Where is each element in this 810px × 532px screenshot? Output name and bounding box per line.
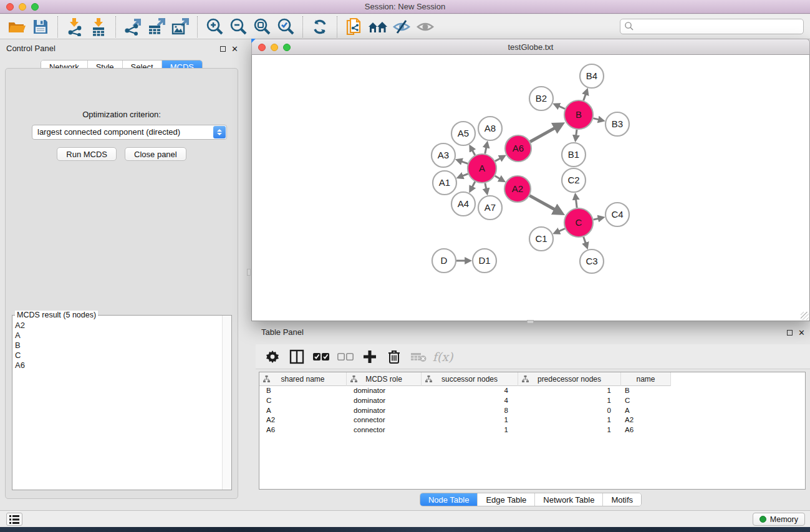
result-list-item[interactable]: A6 bbox=[15, 360, 221, 370]
tab-node-table[interactable]: Node Table bbox=[420, 493, 478, 506]
edge-B-B4[interactable] bbox=[584, 94, 586, 100]
cell-successor-nodes[interactable]: 1 bbox=[422, 415, 518, 425]
edge-A2-C[interactable] bbox=[529, 196, 556, 210]
clone-network-button[interactable] bbox=[342, 16, 366, 37]
task-history-button[interactable] bbox=[6, 513, 22, 526]
memory-button[interactable]: Memory bbox=[753, 513, 805, 526]
column-header-shared-name[interactable]: shared name bbox=[259, 372, 347, 386]
edge-A-A5[interactable] bbox=[472, 150, 475, 155]
result-list-item[interactable]: A bbox=[15, 331, 221, 341]
cell-shared-name[interactable]: A6 bbox=[259, 425, 347, 435]
table-row[interactable]: Cdominator41C bbox=[259, 396, 805, 406]
graph-node-A8[interactable]: A8 bbox=[478, 117, 502, 140]
search-input[interactable] bbox=[620, 19, 804, 34]
cell-successor-nodes[interactable]: 8 bbox=[422, 406, 518, 416]
graph-node-A5[interactable]: A5 bbox=[451, 122, 475, 145]
graph-node-B2[interactable]: B2 bbox=[529, 87, 553, 110]
zoom-in-button[interactable] bbox=[203, 16, 226, 37]
graph-node-C1[interactable]: C1 bbox=[529, 227, 553, 251]
graph-node-A4[interactable]: A4 bbox=[451, 192, 475, 216]
split-divider-handle[interactable] bbox=[527, 320, 534, 324]
network-window-titlebar[interactable]: testGlobe.txt bbox=[251, 39, 810, 55]
import-network-button[interactable] bbox=[63, 16, 87, 37]
edge-A-A3[interactable] bbox=[461, 162, 468, 164]
edge-A-A1[interactable] bbox=[462, 174, 468, 177]
import-table-button[interactable] bbox=[87, 16, 110, 37]
window-resize-grip[interactable] bbox=[801, 312, 809, 320]
column-header-predecessor-nodes[interactable]: predecessor nodes bbox=[518, 372, 621, 386]
cell-shared-name[interactable]: A2 bbox=[259, 415, 347, 425]
close-table-panel-icon[interactable]: ✕ bbox=[798, 330, 805, 336]
edge-C-C1[interactable] bbox=[559, 229, 566, 232]
graph-node-A3[interactable]: A3 bbox=[432, 143, 455, 167]
graph-node-C2[interactable]: C2 bbox=[562, 168, 586, 192]
close-panel-icon[interactable]: ✕ bbox=[231, 46, 238, 52]
cell-MCDS-role[interactable]: connector bbox=[347, 425, 422, 435]
graph-node-B[interactable]: B bbox=[564, 100, 593, 129]
cell-MCDS-role[interactable]: connector bbox=[347, 415, 422, 425]
graph-node-D[interactable]: D bbox=[432, 249, 456, 273]
cell-name[interactable]: A bbox=[621, 406, 671, 416]
cell-predecessor-nodes[interactable]: 0 bbox=[518, 406, 621, 416]
column-header-successor-nodes[interactable]: successor nodes bbox=[422, 372, 518, 386]
export-image-button[interactable] bbox=[168, 16, 192, 37]
optimization-criterion-select[interactable]: largest connected component (directed) bbox=[32, 125, 227, 140]
tab-motifs[interactable]: Motifs bbox=[603, 493, 641, 506]
graph-node-A2[interactable]: A2 bbox=[504, 176, 531, 202]
show-selected-button[interactable] bbox=[413, 16, 437, 37]
toggle-column-view-button[interactable] bbox=[287, 347, 306, 366]
cell-predecessor-nodes[interactable]: 1 bbox=[518, 386, 621, 396]
edge-C-C4[interactable] bbox=[594, 218, 599, 220]
export-table-button[interactable] bbox=[145, 16, 168, 37]
graph-node-A1[interactable]: A1 bbox=[433, 171, 456, 195]
network-graph[interactable]: B4B2BB3A8A5A6A3B1AA1C2A2A4A7CC4C1C3DD1 bbox=[252, 55, 809, 321]
edge-B-B3[interactable] bbox=[593, 118, 599, 120]
graph-node-C4[interactable]: C4 bbox=[605, 203, 629, 226]
graph-node-C3[interactable]: C3 bbox=[580, 249, 604, 273]
column-header-name[interactable]: name bbox=[621, 372, 671, 386]
edge-A-A8[interactable] bbox=[485, 147, 486, 153]
cell-MCDS-role[interactable]: dominator bbox=[347, 406, 422, 416]
tab-edge-table[interactable]: Edge Table bbox=[478, 493, 535, 506]
table-row[interactable]: A2connector11A2 bbox=[259, 415, 805, 425]
save-session-button[interactable] bbox=[29, 16, 52, 37]
refresh-button[interactable] bbox=[308, 16, 332, 37]
cell-name[interactable]: C bbox=[621, 396, 671, 406]
cell-predecessor-nodes[interactable]: 1 bbox=[518, 425, 621, 435]
table-row[interactable]: A6connector11A6 bbox=[259, 425, 805, 435]
edge-B-B2[interactable] bbox=[559, 106, 566, 109]
graph-node-A7[interactable]: A7 bbox=[478, 196, 502, 220]
open-file-button[interactable] bbox=[5, 16, 29, 37]
result-list-item[interactable]: C bbox=[15, 351, 221, 360]
zoom-selected-button[interactable] bbox=[274, 16, 297, 37]
result-list-item[interactable]: A2 bbox=[15, 321, 221, 331]
cell-predecessor-nodes[interactable]: 1 bbox=[518, 415, 621, 425]
graph-node-A[interactable]: A bbox=[468, 154, 496, 183]
cell-name[interactable]: A2 bbox=[621, 415, 671, 425]
zoom-fit-button[interactable] bbox=[250, 16, 274, 37]
run-mcds-button[interactable]: Run MCDS bbox=[57, 147, 117, 161]
column-header-MCDS-role[interactable]: MCDS role bbox=[347, 372, 422, 386]
graph-node-D1[interactable]: D1 bbox=[473, 249, 496, 273]
cell-shared-name[interactable]: B bbox=[259, 386, 347, 396]
float-table-panel-icon[interactable] bbox=[787, 330, 793, 336]
cell-shared-name[interactable]: A bbox=[259, 406, 347, 416]
add-column-button[interactable] bbox=[360, 347, 379, 366]
cell-successor-nodes[interactable]: 4 bbox=[422, 386, 518, 396]
cell-MCDS-role[interactable]: dominator bbox=[347, 396, 422, 406]
edge-C-C3[interactable] bbox=[584, 237, 586, 244]
result-scrollbar[interactable] bbox=[222, 316, 231, 490]
hide-selected-button[interactable] bbox=[390, 16, 413, 37]
edge-A-A4[interactable] bbox=[472, 181, 475, 187]
deselect-all-rows-button[interactable] bbox=[336, 347, 355, 366]
graph-node-B4[interactable]: B4 bbox=[580, 64, 604, 88]
export-network-button[interactable] bbox=[121, 16, 145, 37]
table-row[interactable]: Bdominator41B bbox=[259, 386, 805, 396]
delete-column-button[interactable] bbox=[385, 347, 403, 366]
edge-C-C2[interactable] bbox=[576, 199, 577, 208]
show-all-networks-button[interactable] bbox=[366, 16, 390, 37]
cell-successor-nodes[interactable]: 4 bbox=[422, 396, 518, 406]
table-settings-button[interactable] bbox=[263, 347, 282, 366]
graph-node-A6[interactable]: A6 bbox=[505, 135, 531, 162]
cell-MCDS-role[interactable]: dominator bbox=[347, 386, 422, 396]
